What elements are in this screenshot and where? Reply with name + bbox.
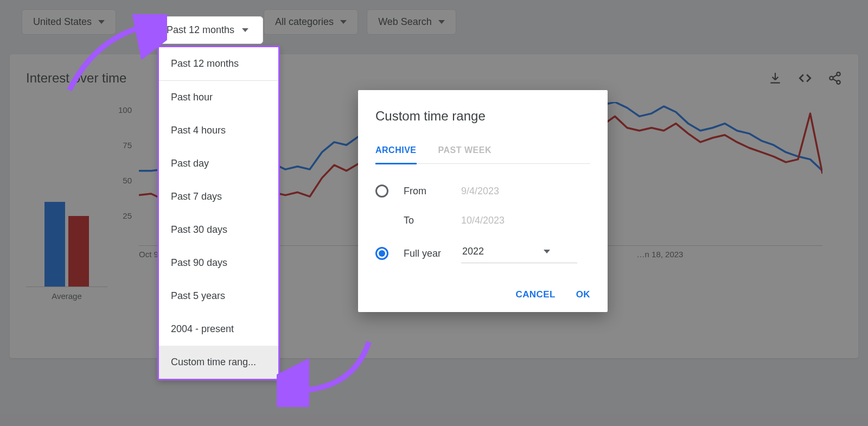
timeframe-label: Past 12 months xyxy=(167,24,234,36)
searchtype-filter[interactable]: Web Search xyxy=(367,9,456,35)
to-label: To xyxy=(404,215,446,226)
dd-item-past-hour[interactable]: Past hour xyxy=(159,81,278,114)
custom-time-range-dialog: Custom time range ARCHIVE PAST WEEK From… xyxy=(358,90,608,312)
filter-bar: United States All categories Web Search xyxy=(0,0,868,43)
chevron-down-icon xyxy=(98,20,105,24)
searchtype-label: Web Search xyxy=(378,16,432,28)
avg-bar-1 xyxy=(44,202,65,287)
dialog-title: Custom time range xyxy=(375,109,590,124)
tab-archive[interactable]: ARCHIVE xyxy=(375,145,417,164)
radio-from-range[interactable] xyxy=(375,185,388,198)
chart-title: Interest over time xyxy=(26,71,126,86)
dd-item-past-4-hours[interactable]: Past 4 hours xyxy=(159,114,278,147)
chevron-down-icon xyxy=(340,20,347,24)
timeframe-filter[interactable]: Past 12 months xyxy=(152,16,263,44)
region-filter[interactable]: United States xyxy=(22,9,116,35)
category-label: All categories xyxy=(275,16,334,28)
average-label: Average xyxy=(52,291,82,301)
chart-actions xyxy=(768,71,842,85)
chevron-down-icon xyxy=(242,28,248,32)
embed-icon[interactable] xyxy=(797,71,813,85)
dd-item-2004-present[interactable]: 2004 - present xyxy=(159,313,278,346)
dd-item-past-30-days[interactable]: Past 30 days xyxy=(159,213,278,246)
dialog-tabs: ARCHIVE PAST WEEK xyxy=(375,145,590,164)
to-value[interactable]: 10/4/2023 xyxy=(461,215,505,226)
dd-item-past-90-days[interactable]: Past 90 days xyxy=(159,246,278,279)
from-row: From 9/4/2023 xyxy=(375,185,590,198)
full-year-row: Full year 2022 xyxy=(375,244,590,263)
dd-item-custom[interactable]: Custom time rang... xyxy=(159,346,278,379)
full-year-label: Full year xyxy=(404,248,446,259)
svg-point-1 xyxy=(829,77,833,80)
radio-full-year[interactable] xyxy=(375,247,388,260)
to-row: To 10/4/2023 xyxy=(404,215,590,226)
category-filter[interactable]: All categories xyxy=(264,9,358,35)
ok-button[interactable]: OK xyxy=(576,289,590,300)
dd-item-past-7-days[interactable]: Past 7 days xyxy=(159,180,278,213)
svg-point-0 xyxy=(837,72,840,76)
year-value: 2022 xyxy=(462,246,484,257)
from-value[interactable]: 9/4/2023 xyxy=(461,186,499,197)
chevron-down-icon xyxy=(438,20,445,24)
cancel-button[interactable]: CANCEL xyxy=(515,289,555,300)
share-icon[interactable] xyxy=(828,71,842,85)
dd-item-past-5-years[interactable]: Past 5 years xyxy=(159,279,278,313)
average-bars: Average xyxy=(26,102,107,319)
svg-point-2 xyxy=(837,80,840,84)
download-icon[interactable] xyxy=(768,71,782,85)
from-label: From xyxy=(404,186,446,197)
timeframe-dropdown: Past 12 months Past hour Past 4 hours Pa… xyxy=(157,46,280,380)
dd-item-past-day[interactable]: Past day xyxy=(159,147,278,180)
chevron-down-icon xyxy=(544,250,550,253)
year-select[interactable]: 2022 xyxy=(461,244,577,263)
dd-item-header[interactable]: Past 12 months xyxy=(159,47,278,81)
region-label: United States xyxy=(33,16,92,28)
y-axis-labels: 100 75 50 25 xyxy=(118,102,132,220)
tab-past-week[interactable]: PAST WEEK xyxy=(438,145,492,163)
avg-bar-2 xyxy=(68,216,89,287)
